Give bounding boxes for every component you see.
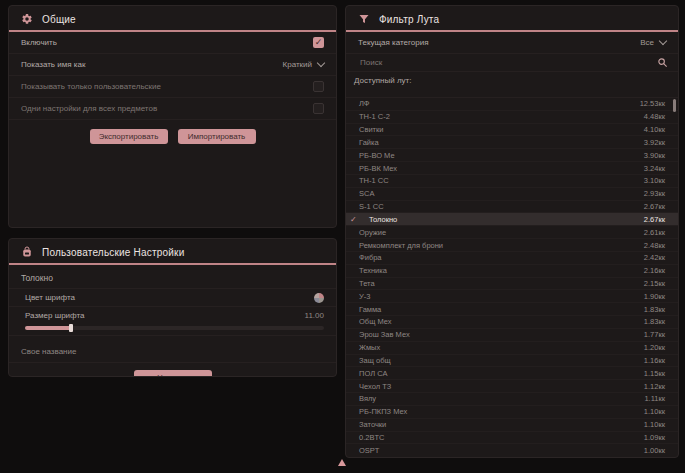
loot-item-name: Оружие xyxy=(359,228,386,237)
same-settings-checkbox[interactable] xyxy=(313,103,324,114)
loot-item-name: S-1 CC xyxy=(359,202,384,211)
loot-item-name: РБ-ВО Ме xyxy=(359,151,395,160)
same-settings-label: Одни настройки для всех предметов xyxy=(21,104,157,113)
loot-item-name: SCA xyxy=(359,189,374,198)
import-button[interactable]: Импортировать xyxy=(178,129,256,144)
name-display-value: Краткий xyxy=(283,60,312,69)
font-size-row: Размер шрифта 11.00 xyxy=(9,306,336,324)
font-size-slider[interactable] xyxy=(25,326,324,330)
loot-item-value: 1.12кк xyxy=(644,382,665,391)
general-panel-header: Общие xyxy=(9,6,336,30)
list-item[interactable]: РБ-ВО Ме3.90кк xyxy=(346,149,678,162)
loot-item-name: Техника xyxy=(359,266,387,275)
loot-item-name: Ремкомплект для брони xyxy=(359,241,443,250)
list-item[interactable]: SCA2.93кк xyxy=(346,188,678,201)
category-select[interactable]: Все xyxy=(640,38,666,47)
list-item[interactable]: 0.2BTC1.09кк xyxy=(346,432,678,445)
search-input[interactable] xyxy=(358,57,657,68)
list-item[interactable]: РБ-ПКПЗ Мех1.10кк xyxy=(346,406,678,419)
export-button[interactable]: Экспортировать xyxy=(90,129,168,144)
loot-item-name: OSPT xyxy=(359,446,379,455)
custom-name-input[interactable] xyxy=(21,345,324,358)
list-item[interactable]: Эрош Зав Мех1.77кк xyxy=(346,329,678,342)
custom-only-row: Показывать только пользовательские xyxy=(9,76,336,98)
loot-item-value: 4.10кк xyxy=(644,125,665,134)
loot-item-value: 4.48кк xyxy=(644,112,665,121)
loot-item-value: 1.83кк xyxy=(644,317,665,326)
list-item[interactable]: ТН-1 СС3.10кк xyxy=(346,175,678,188)
name-display-select[interactable]: Краткий xyxy=(283,60,324,69)
font-color-row[interactable]: Цвет шрифта xyxy=(9,288,336,306)
font-size-value: 11.00 xyxy=(305,311,324,320)
list-item[interactable]: Ремкомплект для брони2.48кк xyxy=(346,239,678,252)
loot-item-value: 2.16кк xyxy=(644,266,665,275)
loot-item-value: 3.92кк xyxy=(644,138,665,147)
list-item[interactable]: Гайка3.92кк xyxy=(346,136,678,149)
loot-item-name: Эрош Зав Мех xyxy=(359,330,410,339)
export-import-row: Экспортировать Импортировать xyxy=(9,129,336,144)
loot-item-name: Свитки xyxy=(359,125,384,134)
name-display-row: Показать имя как Краткий xyxy=(9,54,336,76)
list-item[interactable]: S-1 CC2.67кк xyxy=(346,201,678,214)
chevron-down-icon xyxy=(317,59,325,67)
font-size-label: Размер шрифта xyxy=(25,311,84,320)
list-item[interactable]: ПОЛ СА1.15кк xyxy=(346,367,678,380)
custom-only-checkbox[interactable] xyxy=(313,81,324,92)
loot-list: ЛФ12.53ккТН-1 С-24.48ккСвитки4.10ккГайка… xyxy=(346,97,678,456)
list-item[interactable]: Свитки4.10кк xyxy=(346,124,678,137)
list-item[interactable]: Заточки1.10кк xyxy=(346,419,678,432)
backpack-icon xyxy=(21,246,33,258)
list-item[interactable]: Общ Мех1.83кк xyxy=(346,316,678,329)
loot-item-name: Фибра xyxy=(359,253,382,262)
delete-row: Удалить xyxy=(9,370,336,377)
slider-handle[interactable] xyxy=(69,324,73,332)
loot-item-value: 1.00кк xyxy=(644,446,665,455)
loot-item-value: 1.90кк xyxy=(644,292,665,301)
panel-title: Фильтр Лута xyxy=(379,14,439,25)
loot-item-name: ПОЛ СА xyxy=(359,369,387,378)
list-item[interactable]: Гамма1.83кк xyxy=(346,303,678,316)
font-color-label: Цвет шрифта xyxy=(25,293,75,302)
loot-item-value: 3.10кк xyxy=(644,176,665,185)
loot-item-value: 1.16кк xyxy=(644,356,665,365)
list-item[interactable]: Фибра2.42кк xyxy=(346,252,678,265)
list-item[interactable]: ЛФ12.53кк xyxy=(346,98,678,111)
loot-item-value: 2.61кк xyxy=(644,228,665,237)
check-icon: ✓ xyxy=(350,215,357,224)
scrollbar-thumb[interactable] xyxy=(673,99,676,112)
list-item[interactable]: Чехол ТЗ1.12кк xyxy=(346,380,678,393)
list-item[interactable]: ТН-1 С-24.48кк xyxy=(346,111,678,124)
enable-label: Включить xyxy=(21,38,57,47)
enable-checkbox[interactable]: ✓ xyxy=(313,37,324,48)
name-display-label: Показать имя как xyxy=(21,60,85,69)
list-item[interactable]: У-31.90кк xyxy=(346,290,678,303)
list-item[interactable]: Техника2.16кк xyxy=(346,265,678,278)
cursor-marker xyxy=(338,459,346,466)
list-item[interactable]: Жмых1.20кк xyxy=(346,342,678,355)
available-loot-label: Доступный лут: xyxy=(346,72,678,88)
list-item[interactable]: Защ общ1.16кк xyxy=(346,355,678,368)
color-wheel-icon[interactable] xyxy=(314,293,324,303)
loot-item-name: ТН-1 СС xyxy=(359,176,389,185)
search-icon[interactable] xyxy=(657,57,668,68)
list-item[interactable]: Вялу1.11кк xyxy=(346,393,678,406)
delete-button[interactable]: Удалить xyxy=(134,370,212,377)
loot-item-value: 1.09кк xyxy=(644,433,665,442)
general-settings-panel: Общие Включить ✓ Показать имя как Кратки… xyxy=(8,5,337,228)
loot-item-name: РБ-ВК Мех xyxy=(359,164,397,173)
list-item[interactable]: OSPT1.00кк xyxy=(346,444,678,456)
loot-item-value: 2.42кк xyxy=(644,253,665,262)
category-label: Текущая категория xyxy=(358,38,428,47)
loot-item-name: Тета xyxy=(359,279,375,288)
loot-item-name: ТН-1 С-2 xyxy=(359,112,390,121)
loot-filter-header: Фильтр Лута xyxy=(346,6,678,30)
loot-item-name: Заточки xyxy=(359,420,386,429)
list-item[interactable]: Тета2.15кк xyxy=(346,278,678,291)
list-item[interactable]: ✓Толокно2.67кк xyxy=(346,213,678,226)
loot-item-name: Чехол ТЗ xyxy=(359,382,391,391)
list-item[interactable]: Оружие2.61кк xyxy=(346,226,678,239)
category-row: Текущая категория Все xyxy=(346,32,678,54)
list-item[interactable]: РБ-ВК Мех3.24кк xyxy=(346,162,678,175)
loot-item-name: Вялу xyxy=(359,394,376,403)
loot-item-value: 2.67кк xyxy=(644,215,665,224)
